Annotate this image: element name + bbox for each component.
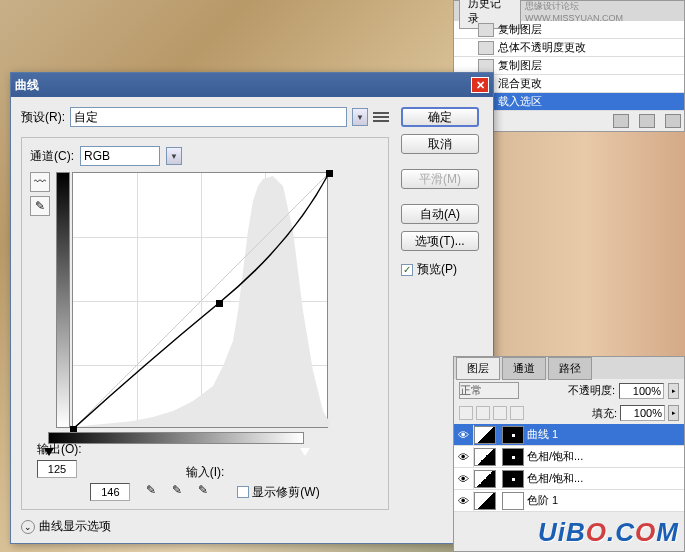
auto-button[interactable]: 自动(A): [401, 204, 479, 224]
show-clipping-label: 显示修剪(W): [252, 484, 319, 501]
preview-checkbox[interactable]: ✓ 预览(P): [401, 261, 483, 278]
layer-name: 色相/饱和...: [527, 449, 583, 464]
curve-point-highlight[interactable]: [326, 170, 333, 177]
close-button[interactable]: ✕: [471, 77, 489, 93]
background-skin: [485, 100, 685, 380]
ok-button[interactable]: 确定: [401, 107, 479, 127]
history-header: 历史记录 思缘设计论坛 WWW.MISSYUAN.COM: [454, 1, 684, 21]
channel-label: 通道(C):: [30, 148, 74, 165]
levels-adj-icon: [474, 492, 496, 510]
input-gradient: [48, 432, 304, 444]
lock-transparent-icon[interactable]: [459, 406, 473, 420]
input-label: 输入(I):: [186, 464, 225, 481]
lock-position-icon[interactable]: [493, 406, 507, 420]
options-button[interactable]: 选项(T)...: [401, 231, 479, 251]
layer-name: 曲线 1: [527, 427, 558, 442]
opacity-arrow-icon[interactable]: ▸: [668, 383, 679, 399]
layer-item[interactable]: 👁 色阶 1: [454, 490, 684, 512]
curve-grid[interactable]: [72, 172, 328, 428]
visibility-icon[interactable]: 👁: [454, 469, 474, 489]
curve-point-mid[interactable]: [216, 300, 223, 307]
layer-name: 色相/饱和...: [527, 471, 583, 486]
history-item-label: 载入选区: [498, 94, 542, 109]
tab-layers[interactable]: 图层: [456, 357, 500, 380]
dialog-title: 曲线: [15, 77, 39, 94]
input-field[interactable]: [90, 483, 130, 501]
preview-label: 预览(P): [417, 261, 457, 278]
history-item[interactable]: 复制图层: [454, 21, 684, 39]
layers-list: 👁 曲线 1 👁 色相/饱和... 👁 色相/饱和... 👁 色阶 1: [454, 424, 684, 512]
hue-sat-adj-icon: [474, 448, 496, 466]
trash-icon[interactable]: [665, 114, 681, 128]
layer-mask-thumb[interactable]: [502, 426, 524, 444]
layer-item[interactable]: 👁 色相/饱和...: [454, 446, 684, 468]
layer-item-selected[interactable]: 👁 曲线 1: [454, 424, 684, 446]
output-gradient: [56, 172, 70, 428]
disclosure-label: 曲线显示选项: [39, 518, 111, 535]
layer-mask-thumb[interactable]: [502, 492, 524, 510]
preset-label: 预设(R):: [21, 109, 65, 126]
layers-tabs: 图层 通道 路径: [454, 357, 684, 379]
history-item-label: 总体不透明度更改: [498, 40, 586, 55]
new-state-icon[interactable]: [639, 114, 655, 128]
show-clipping-checkbox[interactable]: 显示修剪(W): [237, 484, 319, 501]
preset-dropdown-icon[interactable]: ▼: [352, 108, 368, 126]
history-item-label: 混合更改: [498, 76, 542, 91]
fill-arrow-icon[interactable]: ▸: [668, 405, 679, 421]
curves-adj-icon: [474, 426, 496, 444]
channel-dropdown-icon[interactable]: ▼: [166, 147, 182, 165]
opacity-value[interactable]: 100%: [619, 383, 664, 399]
curve-display-options[interactable]: ⌄ 曲线显示选项: [21, 518, 389, 535]
eyedropper-white-icon[interactable]: ✎: [198, 483, 216, 501]
history-item-label: 复制图层: [498, 58, 542, 73]
chevron-icon: ⌄: [21, 520, 35, 534]
layer-item[interactable]: 👁 色相/饱和...: [454, 468, 684, 490]
eyedropper-gray-icon[interactable]: ✎: [172, 483, 190, 501]
fill-value[interactable]: 100%: [620, 405, 665, 421]
history-item[interactable]: 总体不透明度更改: [454, 39, 684, 57]
checkbox-icon: [237, 486, 249, 498]
fill-label: 填充:: [592, 406, 617, 421]
visibility-icon[interactable]: 👁: [454, 425, 474, 445]
tab-paths[interactable]: 路径: [548, 357, 592, 380]
lock-pixels-icon[interactable]: [476, 406, 490, 420]
opacity-label: 不透明度:: [568, 383, 615, 398]
visibility-icon[interactable]: 👁: [454, 491, 474, 511]
eyedropper-black-icon[interactable]: ✎: [146, 483, 164, 501]
visibility-icon[interactable]: 👁: [454, 447, 474, 467]
highlight-slider[interactable]: [300, 448, 310, 456]
blend-mode-select[interactable]: [459, 382, 519, 399]
curve-tool-icon[interactable]: 〰: [30, 172, 50, 192]
checkbox-checked-icon: ✓: [401, 264, 413, 276]
channel-select[interactable]: [80, 146, 160, 166]
history-watermark: 思缘设计论坛 WWW.MISSYUAN.COM: [525, 0, 679, 23]
dialog-titlebar[interactable]: 曲线 ✕: [11, 73, 493, 97]
smooth-button: 平滑(M): [401, 169, 479, 189]
layer-icon: [478, 41, 494, 55]
output-field[interactable]: [37, 460, 77, 478]
tab-channels[interactable]: 通道: [502, 357, 546, 380]
layer-icon: [478, 59, 494, 73]
layer-icon: [478, 23, 494, 37]
cancel-button[interactable]: 取消: [401, 134, 479, 154]
snapshot-icon[interactable]: [613, 114, 629, 128]
lock-all-icon[interactable]: [510, 406, 524, 420]
history-item-label: 复制图层: [498, 22, 542, 37]
hue-sat-adj-icon: [474, 470, 496, 488]
curves-dialog: 曲线 ✕ 预设(R): ▼ 通道(C): ▼ 〰 ✎: [10, 72, 494, 544]
preset-menu-icon[interactable]: [373, 109, 389, 125]
output-label: 输出(O):: [37, 441, 82, 458]
layer-mask-thumb[interactable]: [502, 470, 524, 488]
preset-select[interactable]: [70, 107, 347, 127]
curve-line: [73, 173, 329, 429]
site-watermark: UiBO.COM: [538, 517, 679, 548]
layer-name: 色阶 1: [527, 493, 558, 508]
svg-line-1: [73, 173, 329, 429]
pencil-tool-icon[interactable]: ✎: [30, 196, 50, 216]
layer-mask-thumb[interactable]: [502, 448, 524, 466]
